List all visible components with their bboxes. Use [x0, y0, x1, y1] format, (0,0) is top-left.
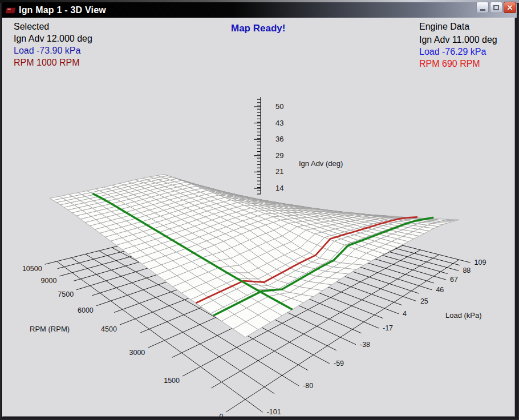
rpm-tick-label: 3000 [129, 349, 145, 357]
maximize-icon [493, 5, 499, 10]
title-bar[interactable]: Ign Map 1 - 3D View [2, 2, 517, 18]
window-title: Ign Map 1 - 3D View [19, 5, 106, 15]
app-window: Ign Map 1 - 3D View ✕ Selected Ign Adv 1… [0, 0, 519, 420]
ign-adv-tick-label: 36 [275, 135, 283, 143]
load-axis-title: Load (kPa) [445, 311, 482, 320]
load-tick-label: -38 [360, 341, 370, 349]
load-tick-label: 109 [475, 259, 486, 266]
rpm-axis-title: RPM (RPM) [30, 325, 70, 333]
maximize-button[interactable] [490, 2, 502, 13]
ign-adv-tick-label: 14 [275, 184, 283, 192]
rpm-tick-label: 0 [220, 413, 224, 417]
load-tick-label: 46 [436, 286, 444, 294]
load-tick-label: 25 [420, 297, 428, 305]
close-button[interactable]: ✕ [504, 2, 516, 13]
rpm-tick-label: 1500 [164, 377, 180, 385]
rpm-tick-label: 9000 [41, 277, 57, 285]
ign-adv-tick-label: 50 [275, 102, 283, 111]
load-tick-label: -17 [383, 324, 393, 332]
ign-adv-tick-label: 21 [275, 167, 283, 176]
rpm-tick-label: 4500 [101, 325, 117, 333]
rpm-tick-label: 10500 [22, 265, 42, 273]
rpm-tick-label: 6000 [78, 306, 94, 314]
load-tick-label: -59 [334, 360, 344, 368]
client-area: Selected Ign Adv 12.000 deg Load -73.90 … [2, 18, 515, 417]
ign-adv-tick-label: 29 [275, 151, 283, 160]
z-axis-title: Ign Adv (deg) [299, 159, 343, 168]
load-tick-label: 67 [450, 276, 458, 284]
load-tick-label: 88 [463, 266, 471, 274]
ign-adv-tick-label: 43 [275, 119, 283, 127]
ign-adv-axis [254, 97, 261, 194]
ign-map-3d-plot[interactable]: 015003000450060007500900010500-101-80-59… [2, 18, 515, 417]
map-window-icon [5, 6, 15, 14]
rpm-tick-label: 7500 [58, 290, 74, 298]
minimize-icon [480, 9, 485, 11]
surface-mesh [50, 175, 459, 337]
load-tick-label: -80 [303, 382, 313, 390]
minimize-button[interactable] [476, 2, 489, 13]
load-tick-label: -101 [267, 408, 281, 416]
load-tick-label: 4 [403, 310, 407, 318]
